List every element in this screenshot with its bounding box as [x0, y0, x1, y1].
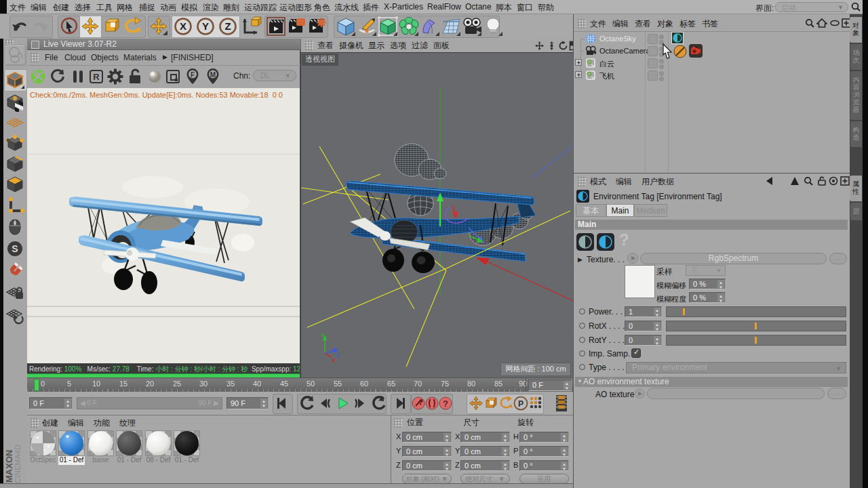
svg-text:F: F — [191, 71, 195, 79]
svg-text:Y: Y — [202, 20, 209, 32]
svg-text:Z: Z — [224, 20, 231, 32]
svg-text:S: S — [12, 243, 18, 254]
svg-text:P: P — [518, 399, 524, 409]
svg-text:R: R — [93, 72, 100, 82]
svg-text:X: X — [332, 357, 336, 364]
svg-text:M: M — [210, 71, 216, 79]
svg-text:Z: Z — [336, 352, 340, 359]
svg-text:?: ? — [443, 399, 448, 409]
svg-text:X: X — [180, 20, 186, 32]
svg-text:Y: Y — [321, 332, 325, 339]
